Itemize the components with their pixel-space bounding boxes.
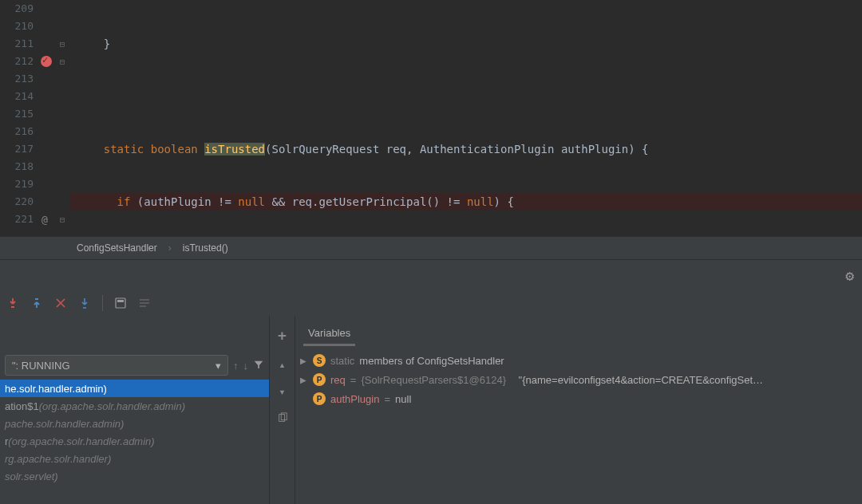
collapse-up-icon[interactable]: ▴ [279,358,285,371]
annotation-icon: @ [42,214,48,226]
line-number-gutter: 209 210 211 212 213 214 215 216 217 218 … [0,0,38,236]
code-area[interactable]: } static boolean isTrusted(SolrQueryRequ… [70,0,862,236]
variable-row: P authPlugin = null [300,389,857,408]
breadcrumb[interactable]: ConfigSetsHandler › isTrusted() [0,236,862,260]
gear-icon[interactable]: ⚙ [845,267,854,284]
debug-panels: ": RUNNING ▾ ↑ ↓ he.solr.handler.admin) … [0,316,862,504]
breakpoint-icon[interactable] [41,56,52,67]
variables-panel: Variables ▶ S static members of ConfigSe… [295,316,862,504]
prev-frame-icon[interactable]: ↑ [233,360,239,372]
stack-frame: solr.servlet) [0,467,269,485]
stack-frame: ation$1 (org.apache.solr.handler.admin) [0,397,269,415]
chevron-down-icon: ▾ [216,360,221,372]
step-into-red-icon[interactable] [3,293,22,313]
svg-rect-1 [35,298,38,300]
variables-tree[interactable]: ▶ S static members of ConfigSetsHandler … [295,346,862,504]
stack-frame: he.solr.handler.admin) [0,380,269,397]
code-line: } [70,35,862,53]
stack-frame: rg.apache.solr.handler) [0,450,269,467]
debug-header: ⚙ [0,260,862,290]
code-editor[interactable]: 209 210 211 212 213 214 215 216 217 218 … [0,0,862,236]
stack-frame: r (org.apache.solr.handler.admin) [0,432,269,450]
variable-row: ▶ P req = {SolrRequestParsers$1@6124} "{… [300,370,857,389]
breakpoint-gutter[interactable]: @ [38,0,56,236]
step-out-icon[interactable] [27,293,46,313]
next-frame-icon[interactable]: ↓ [243,360,249,372]
thread-selector[interactable]: ": RUNNING ▾ [5,355,228,376]
variables-tab[interactable]: Variables [295,316,862,346]
drop-frame-icon[interactable] [51,293,70,313]
code-line [70,88,862,105]
copy-icon[interactable] [277,412,288,426]
code-line: static boolean isTrusted(SolrQueryReques… [70,140,862,158]
add-watch-icon[interactable]: + [278,327,287,344]
static-badge-icon: S [313,354,326,367]
run-to-cursor-icon[interactable] [75,293,94,313]
svg-rect-3 [117,300,124,302]
trace-icon[interactable] [135,293,154,313]
breadcrumb-method[interactable]: isTrusted() [183,242,228,254]
stack-frame: pache.solr.handler.admin) [0,415,269,432]
frames-list[interactable]: he.solr.handler.admin) ation$1 (org.apac… [0,380,269,504]
filter-icon[interactable] [253,359,264,372]
expand-icon[interactable]: ▶ [300,356,308,365]
svg-rect-0 [11,306,14,308]
evaluate-expression-icon[interactable] [111,293,130,313]
svg-rect-2 [116,298,125,308]
chevron-right-icon: › [168,242,172,254]
expand-icon[interactable]: ▶ [300,376,308,384]
frames-panel: ": RUNNING ▾ ↑ ↓ he.solr.handler.admin) … [0,316,270,504]
vars-toolbar: + ▴ ▾ [270,316,295,504]
variable-row: ▶ S static members of ConfigSetsHandler [300,351,857,370]
expand-down-icon[interactable]: ▾ [279,385,285,398]
param-badge-icon: P [313,373,326,386]
breakpoint-line: if (authPlugin != null && req.getUserPri… [70,193,862,211]
param-badge-icon: P [313,392,326,405]
breadcrumb-class[interactable]: ConfigSetsHandler [77,242,157,254]
fold-gutter[interactable]: ⊟ ⊟ ⊟ [56,0,70,236]
debug-toolbar [0,290,862,316]
